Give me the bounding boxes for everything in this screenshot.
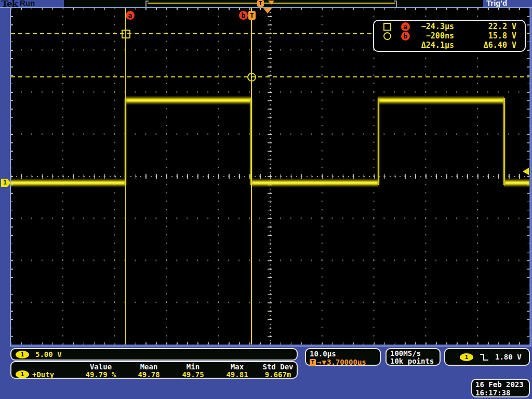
triangle-down-icon: ▼ bbox=[322, 358, 326, 366]
center-horizontal-axis bbox=[11, 176, 529, 177]
record-length: 10k points bbox=[390, 357, 440, 365]
measurement-readout: Value Mean Min Max Std Dev 1 +Duty 49.79… bbox=[10, 361, 298, 379]
meas-max: 49.81 bbox=[215, 370, 259, 379]
cursor-delta-time: Δ24.1µs bbox=[418, 41, 468, 50]
cursor-a-volt: 22.2 V bbox=[468, 22, 520, 31]
cursor-a-vline[interactable] bbox=[125, 8, 126, 344]
meas-min: 49.75 bbox=[171, 370, 215, 379]
cursor-b-circle-marker bbox=[247, 73, 256, 82]
time-label: 16:17:38 bbox=[475, 389, 529, 397]
record-trigger-t-icon: T bbox=[257, 0, 264, 7]
cursor-a-time: −24.3µs bbox=[418, 22, 468, 31]
cursor-b-vline[interactable] bbox=[251, 8, 252, 344]
cursor-b-hline[interactable] bbox=[11, 76, 529, 77]
trigger-source-badge: 1 bbox=[460, 353, 473, 361]
cursor-a-square-marker bbox=[122, 30, 130, 38]
channel1-scale-readout[interactable]: 1 5.00 V bbox=[10, 348, 298, 361]
meas-row-name: 1 +Duty bbox=[11, 370, 75, 379]
top-status-bar: Tek Run T Trig'd bbox=[0, 0, 532, 7]
trigger-readout[interactable]: 1 1.80 V bbox=[444, 348, 530, 366]
circle-cursor-icon bbox=[383, 32, 391, 40]
cursor-delta-volt: Δ6.40 V bbox=[468, 41, 520, 50]
cursor-a-badge: a bbox=[401, 22, 410, 31]
channel1-scale: 5.00 V bbox=[35, 350, 62, 358]
channel1-badge: 1 bbox=[16, 351, 29, 358]
sample-rate: 100MS/s bbox=[390, 350, 440, 357]
trace-edge bbox=[378, 98, 379, 185]
falling-edge-slope-icon bbox=[480, 353, 489, 361]
cursor-readout-box: a −24.3µs 22.2 V b −200ns 15.8 V Δ24.1µs… bbox=[373, 20, 526, 52]
meas-header-min: Min bbox=[171, 363, 215, 371]
meas-header-max: Max bbox=[215, 363, 259, 371]
oscilloscope-screen: Tek Run T Trig'd a b T 1 bbox=[0, 0, 532, 399]
meas-value: 49.79 % bbox=[75, 370, 127, 379]
record-trigger-triangle-icon bbox=[268, 1, 274, 5]
datetime-readout: 16 Feb 2023 16:17:38 bbox=[471, 379, 530, 397]
trace-segment bbox=[378, 96, 504, 105]
cursor-b-volt: 15.8 V bbox=[468, 31, 520, 41]
meas-mean: 49.78 bbox=[127, 370, 171, 379]
arrow-right-icon: → bbox=[317, 358, 321, 366]
trace-segment bbox=[251, 178, 378, 188]
trace-edge bbox=[503, 98, 505, 185]
cursor-b-time: −200ns bbox=[418, 31, 468, 41]
trace-segment bbox=[11, 178, 125, 188]
trigger-position-triangle-icon bbox=[263, 8, 272, 14]
meas-header-stddev: Std Dev bbox=[259, 363, 297, 371]
horizontal-readout[interactable]: 10.0µs T → ▼ 3.70000µs bbox=[305, 348, 381, 366]
cursor-b-badge: b bbox=[401, 32, 410, 41]
horizontal-scale: 10.0µs bbox=[310, 350, 380, 358]
record-view-strip: T bbox=[64, 0, 483, 7]
acquisition-status: Run bbox=[20, 0, 35, 7]
cursor-b-trigger-badge: T bbox=[248, 11, 256, 20]
graticule: a b T bbox=[11, 8, 529, 344]
date-label: 16 Feb 2023 bbox=[475, 380, 529, 389]
trigger-level-arrow-icon bbox=[523, 168, 529, 175]
trigger-t-icon: T bbox=[310, 359, 316, 366]
trace-segment bbox=[504, 178, 529, 188]
meas-stddev: 9.667m bbox=[259, 370, 297, 379]
trace-segment bbox=[125, 96, 251, 105]
square-cursor-icon bbox=[383, 23, 391, 31]
trigger-level: 1.80 V bbox=[495, 353, 522, 361]
channel1-badge: 1 bbox=[16, 370, 29, 378]
cursor-b-badge: b bbox=[239, 11, 248, 20]
trigger-status: Trig'd bbox=[486, 0, 507, 7]
meas-header-mean: Mean bbox=[127, 363, 171, 371]
cursor-a-badge: a bbox=[126, 11, 135, 20]
trigger-position-value: 3.70000µs bbox=[327, 358, 366, 366]
acquisition-readout: 100MS/s 10k points bbox=[385, 348, 441, 366]
meas-header-value: Value bbox=[75, 363, 127, 371]
meas-name-label: +Duty bbox=[32, 370, 54, 379]
